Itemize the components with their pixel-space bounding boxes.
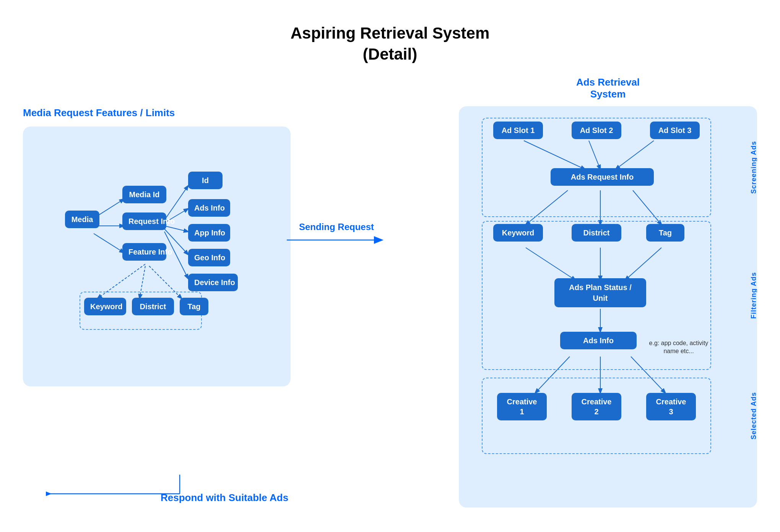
node-creative-3: Creative 3 [646, 393, 696, 420]
node-ad-slot-1: Ad Slot 1 [493, 122, 543, 139]
svg-line-5 [164, 226, 188, 232]
node-keyword: Keyword [84, 298, 126, 315]
node-ads-plan-status: Ads Plan Status / Unit [554, 278, 646, 307]
node-creative-2: Creative 2 [572, 393, 621, 420]
right-box: Ad Slot 1 Ad Slot 2 Ad Slot 3 Ads Reques… [459, 106, 757, 508]
node-request-info: Request Info [122, 212, 166, 230]
right-panel-label: Ads Retrieval System [459, 76, 757, 100]
node-ad-slot-2: Ad Slot 2 [572, 122, 621, 139]
page-title: Aspiring Retrieval System (Detail) [0, 0, 780, 65]
svg-line-3 [164, 186, 188, 220]
node-media: Media [65, 211, 99, 228]
note: e.g: app code, activity name etc... [646, 339, 711, 355]
node-tag: Tag [180, 298, 208, 315]
node-app-info: App Info [188, 224, 230, 242]
svg-line-2 [94, 234, 124, 253]
node-right-keyword: Keyword [493, 224, 543, 242]
screening-label: Screening Ads [750, 118, 757, 217]
sending-request-section: Sending Request [283, 222, 390, 248]
node-device-info: Device Info [188, 274, 238, 291]
node-creative-1: Creative 1 [497, 393, 547, 420]
node-ads-request-info: Ads Request Info [551, 168, 654, 186]
left-panel-label: Media Request Features / Limits [23, 107, 291, 119]
node-district: District [132, 298, 174, 315]
respond-label: Respond with Suitable Ads [161, 492, 288, 504]
node-ads-info: Ads Info [188, 199, 230, 217]
node-feature-info: Feature Info [122, 243, 166, 261]
selected-label: Selected Ads [750, 378, 757, 454]
respond-section: Respond with Suitable Ads [46, 471, 734, 509]
node-id: Id [188, 172, 223, 189]
node-right-district: District [572, 224, 621, 242]
left-box: Media Media Id Request Info Feature Info… [23, 127, 291, 386]
node-right-tag: Tag [646, 224, 684, 242]
node-right-ads-info: Ads Info [560, 332, 637, 349]
node-media-id: Media Id [122, 186, 166, 203]
node-ad-slot-3: Ad Slot 3 [650, 122, 700, 139]
sending-request-label: Sending Request [299, 222, 374, 232]
filtering-label: Filtering Ads [750, 221, 757, 370]
node-geo-info: Geo Info [188, 249, 230, 266]
